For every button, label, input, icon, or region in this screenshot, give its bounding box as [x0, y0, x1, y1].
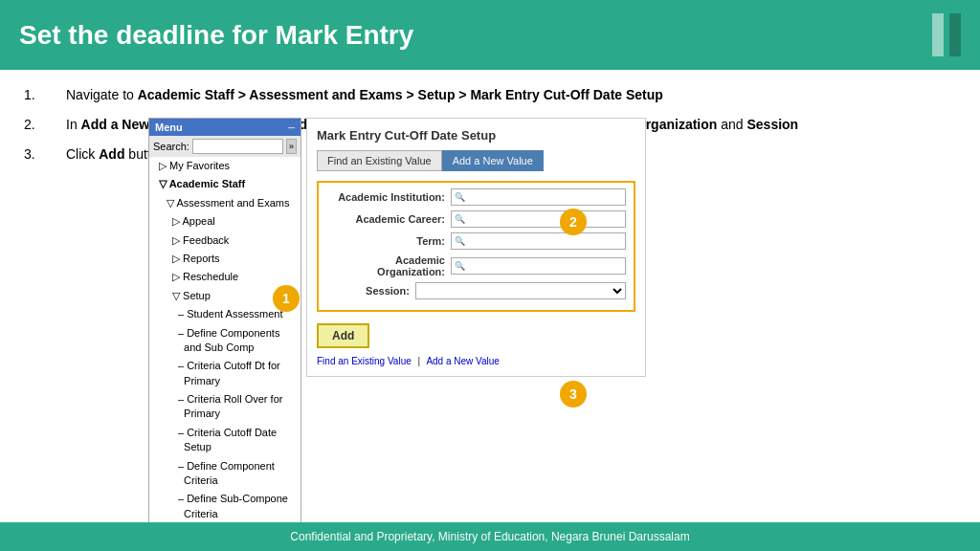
institution-search-icon: 🔍: [455, 192, 465, 202]
step-1-text: Navigate to Academic Staff > Assessment …: [66, 85, 956, 105]
session-row: Session:: [326, 282, 626, 299]
menu-item-feedback[interactable]: ▷ Feedback: [149, 231, 301, 250]
search-btn-label: »: [289, 142, 294, 151]
step-2-suffix-bold: Session: [746, 117, 798, 132]
header-decoration: [932, 13, 961, 56]
badge-3-label: 3: [569, 386, 577, 402]
page-footer: Confidential and Proprietary, Ministry o…: [0, 522, 980, 551]
badge-2: 2: [560, 209, 587, 235]
add-button[interactable]: Add: [317, 323, 369, 348]
org-label: Academic Organization:: [326, 254, 451, 277]
menu-search-row: Search: »: [149, 136, 301, 157]
main-panel-title: Mark Entry Cut-Off Date Setup: [317, 128, 635, 143]
link-separator: |: [418, 356, 421, 366]
session-select[interactable]: [415, 282, 626, 299]
screenshot-container: Menu ─ Search: » ▷ My Favorites ▽ Academ…: [148, 118, 646, 405]
tab-new[interactable]: Add a New Value: [442, 150, 544, 171]
menu-item-favorites[interactable]: ▷ My Favorites: [149, 157, 301, 175]
menu-item-reschedule[interactable]: ▷ Reschedule: [149, 268, 301, 286]
badge-2-label: 2: [569, 214, 577, 230]
page-title: Set the deadline for Mark Entry: [19, 20, 413, 51]
menu-item-define-component-criteria[interactable]: – Define Component Criteria: [149, 457, 301, 491]
session-label: Session:: [326, 285, 415, 297]
search-button[interactable]: »: [286, 139, 297, 154]
career-input[interactable]: 🔍: [451, 210, 626, 228]
menu-header: Menu ─: [149, 119, 301, 136]
main-panel: Mark Entry Cut-Off Date Setup Find an Ex…: [306, 118, 646, 377]
term-label: Term:: [326, 235, 451, 247]
add-new-link[interactable]: Add a New Value: [426, 356, 500, 366]
step-1: Navigate to Academic Staff > Assessment …: [24, 85, 956, 105]
find-existing-link[interactable]: Find an Existing Value: [317, 356, 412, 366]
org-search-icon: 🔍: [455, 261, 465, 271]
institution-label: Academic Institution:: [326, 191, 451, 203]
menu-item-criteria-roll[interactable]: – Criteria Roll Over for Primary: [149, 390, 301, 424]
search-label: Search:: [153, 141, 189, 152]
career-label: Academic Career:: [326, 213, 451, 225]
step-3-bold: Add: [99, 146, 124, 162]
career-search-icon: 🔍: [455, 214, 465, 224]
menu-item-academic-staff[interactable]: ▽ Academic Staff: [149, 175, 301, 193]
menu-item-define-sub[interactable]: – Define Sub-Compone Criteria: [149, 490, 301, 523]
menu-item-appeal[interactable]: ▷ Appeal: [149, 212, 301, 231]
menu-item-criteria-cutoff[interactable]: – Criteria Cutoff Dt for Primary: [149, 357, 301, 390]
step-1-bold: Academic Staff > Assessment and Exams > …: [138, 87, 663, 102]
search-input[interactable]: [192, 139, 283, 154]
org-row: Academic Organization: 🔍: [326, 254, 626, 277]
bar-1: [932, 13, 944, 56]
badge-3: 3: [560, 381, 587, 408]
page-header: Set the deadline for Mark Entry: [0, 0, 980, 70]
menu-item-define-components[interactable]: – Define Components and Sub Comp: [149, 324, 301, 358]
form-table: Academic Institution: 🔍 Academic Career:…: [317, 181, 635, 312]
menu-item-criteria-date[interactable]: – Criteria Cutoff Date Setup: [149, 424, 301, 457]
tab-bar: Find an Existing Value Add a New Value: [317, 150, 635, 171]
menu-title: Menu: [155, 121, 183, 133]
institution-row: Academic Institution: 🔍: [326, 188, 626, 206]
tab-existing[interactable]: Find an Existing Value: [317, 150, 442, 171]
term-row: Term: 🔍: [326, 232, 626, 250]
footer-text: Confidential and Proprietary, Ministry o…: [290, 530, 689, 543]
institution-input[interactable]: 🔍: [451, 188, 626, 206]
menu-item-reports[interactable]: ▷ Reports: [149, 250, 301, 268]
term-input[interactable]: 🔍: [451, 232, 626, 250]
bar-2: [949, 13, 961, 56]
badge-1-label: 1: [282, 291, 290, 306]
bottom-links: Find an Existing Value | Add a New Value: [317, 356, 635, 366]
term-search-icon: 🔍: [455, 236, 465, 246]
org-input[interactable]: 🔍: [451, 257, 626, 275]
minimize-btn[interactable]: ─: [288, 122, 295, 133]
main-content: Navigate to Academic Staff > Assessment …: [0, 70, 980, 539]
badge-1: 1: [273, 285, 300, 312]
menu-item-assessment[interactable]: ▽ Assessment and Exams: [149, 194, 301, 212]
menu-panel: Menu ─ Search: » ▷ My Favorites ▽ Academ…: [148, 118, 301, 551]
